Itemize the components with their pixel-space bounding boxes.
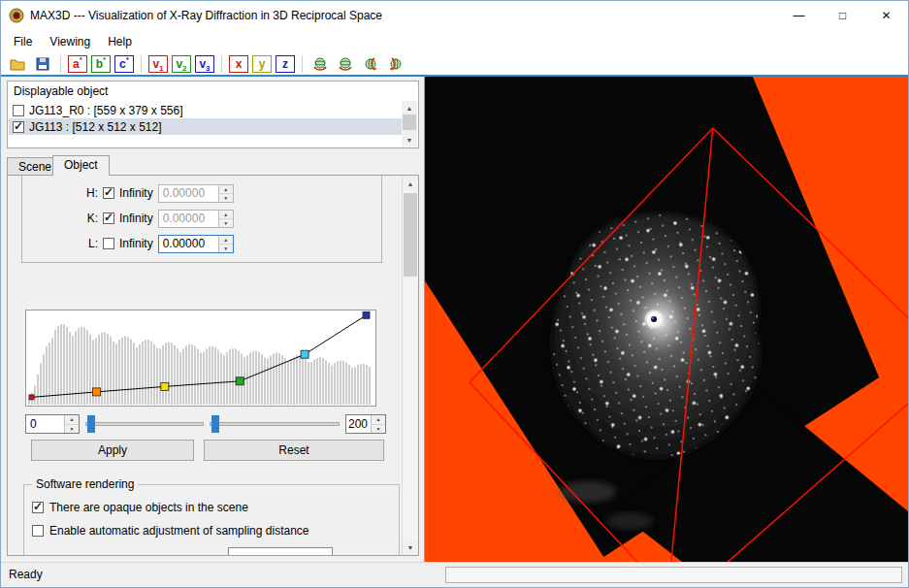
range-min-spinbox[interactable]: 0 (25, 414, 80, 434)
astar-axis-button[interactable]: a* (68, 55, 87, 73)
k-label: K: (82, 212, 98, 225)
auto-sampling-checkbox[interactable] (32, 525, 44, 537)
main-area: Displayable object JG113_R0 : [559 x 379… (1, 77, 908, 562)
rotate-view-button-4[interactable] (384, 54, 407, 74)
open-button[interactable] (6, 54, 29, 74)
rotate-scene-left-icon (312, 56, 328, 72)
status-message: Ready (9, 563, 43, 587)
item-checkbox[interactable] (13, 105, 24, 116)
progress-bar (445, 567, 902, 583)
l-value-spinbox[interactable]: 0.00000 (158, 235, 234, 253)
l-row: L: Infinity 0.00000 (22, 234, 381, 253)
software-rendering-group: Software rendering There are opaque obje… (23, 484, 400, 556)
opaque-objects-label: There are opaque objects in the scene (49, 501, 248, 514)
min-slider-track[interactable] (85, 422, 204, 426)
scroll-up-icon[interactable]: ▲ (403, 176, 418, 191)
left-panel: Displayable object JG113_R0 : [559 x 379… (1, 77, 425, 562)
scroll-up-icon[interactable]: ▲ (402, 101, 417, 114)
beam-stop (651, 316, 657, 322)
auto-sampling-label: Enable automatic adjustment of sampling … (49, 524, 309, 538)
rotate-view-button-1[interactable] (308, 54, 332, 74)
y-axis-button[interactable]: y (252, 55, 272, 73)
rotate-view-button-2[interactable] (334, 54, 357, 74)
statusbar: Ready (1, 562, 908, 587)
diffuse-patch (606, 512, 653, 530)
list-item[interactable]: JG113 : [512 x 512 x 512] (9, 118, 402, 135)
displayable-object-list: JG113_R0 : [559 x 379 x 556] JG113 : [51… (9, 102, 402, 147)
max-slider-handle[interactable] (211, 415, 219, 433)
l-infinity-label: Infinity (119, 237, 153, 250)
close-button[interactable]: ✕ (864, 1, 908, 30)
opaque-objects-checkbox[interactable] (32, 502, 44, 513)
spinner-arrows[interactable] (64, 415, 79, 433)
max-slider-track[interactable] (210, 422, 340, 426)
hkl-section: H: Infinity 0.00000 K: Infinity 0. (21, 175, 382, 263)
reset-button[interactable]: Reset (204, 440, 384, 461)
l-label: L: (82, 237, 98, 250)
item-checkbox[interactable] (13, 121, 24, 133)
minimize-button[interactable]: — (777, 1, 821, 30)
menu-file[interactable]: File (5, 32, 41, 51)
object-tab-panel: H: Infinity 0.00000 K: Infinity 0. (7, 175, 419, 556)
max3d-logo-icon (9, 8, 24, 23)
x-axis-button[interactable]: x (229, 55, 248, 73)
item-label: JG113_R0 : [559 x 379 x 556] (29, 104, 183, 117)
scrollbar-thumb[interactable] (403, 114, 416, 130)
h-value-spinbox[interactable]: 0.00000 (158, 184, 234, 203)
scroll-down-icon[interactable]: ▼ (402, 133, 417, 147)
auto-sampling-option[interactable]: Enable automatic adjustment of sampling … (32, 524, 309, 538)
k-infinity-checkbox[interactable] (103, 212, 114, 224)
toolbar-separator (221, 55, 222, 73)
spinner-arrows[interactable] (218, 185, 233, 202)
transfer-function-chart[interactable] (25, 310, 376, 407)
rotate-view-button-3[interactable] (359, 54, 382, 74)
bstar-axis-button[interactable]: b* (91, 55, 111, 73)
min-slider-handle[interactable] (87, 415, 95, 433)
l-infinity-checkbox[interactable] (103, 238, 114, 249)
maximize-button[interactable]: □ (821, 1, 864, 30)
menu-help[interactable]: Help (99, 32, 141, 51)
spinner-arrows[interactable] (371, 415, 385, 433)
h-row: H: Infinity 0.00000 (22, 183, 381, 203)
v1-axis-button[interactable]: v1 (148, 55, 168, 73)
save-icon (36, 57, 49, 71)
menu-viewing[interactable]: Viewing (41, 32, 99, 51)
clipped-combo-box[interactable] (228, 547, 333, 556)
scrollbar-thumb[interactable] (404, 193, 417, 277)
list-item[interactable]: JG113_R0 : [559 x 379 x 556] (9, 102, 402, 118)
histogram-svg (26, 310, 375, 406)
displayable-object-title: Displayable object (8, 82, 418, 101)
software-rendering-title: Software rendering (32, 477, 138, 491)
cstar-axis-button[interactable]: c* (114, 55, 134, 73)
scene-svg (425, 77, 908, 562)
tab-object[interactable]: Object (52, 155, 110, 176)
v3-axis-button[interactable]: v3 (195, 55, 214, 73)
apply-button[interactable]: Apply (31, 440, 194, 461)
list-scrollbar[interactable]: ▲ ▼ (402, 101, 417, 147)
rotate-axes-left-icon (363, 56, 378, 72)
k-row: K: Infinity 0.00000 (22, 209, 381, 228)
displayable-object-box: Displayable object JG113_R0 : [559 x 379… (7, 81, 419, 148)
z-axis-button[interactable]: z (276, 55, 295, 73)
k-value-spinbox[interactable]: 0.00000 (158, 210, 234, 228)
rotate-axes-right-icon (388, 56, 404, 72)
toolbar-separator (60, 55, 61, 73)
h-infinity-label: Infinity (119, 186, 153, 200)
k-infinity-label: Infinity (119, 212, 153, 225)
opaque-objects-option[interactable]: There are opaque objects in the scene (32, 501, 248, 514)
viewport-3d[interactable] (425, 77, 908, 562)
save-button[interactable] (31, 54, 54, 74)
menubar: File Viewing Help (1, 30, 908, 53)
beam-center-dot (652, 317, 655, 320)
panel-scrollbar[interactable]: ▲ ▼ (402, 176, 418, 555)
toolbar: a* b* c* v1 v2 v3 x y z (1, 53, 908, 77)
spinner-arrows[interactable] (218, 211, 233, 227)
v2-axis-button[interactable]: v2 (172, 55, 191, 73)
h-infinity-checkbox[interactable] (103, 187, 114, 199)
scroll-down-icon[interactable]: ▼ (403, 539, 418, 555)
toolbar-separator (302, 55, 303, 73)
titlebar: MAX3D --- Visualization of X-Ray Diffrac… (1, 1, 908, 30)
toolbar-separator (141, 55, 142, 73)
range-max-spinbox[interactable]: 200 (345, 414, 386, 434)
spinner-arrows[interactable] (218, 236, 233, 252)
